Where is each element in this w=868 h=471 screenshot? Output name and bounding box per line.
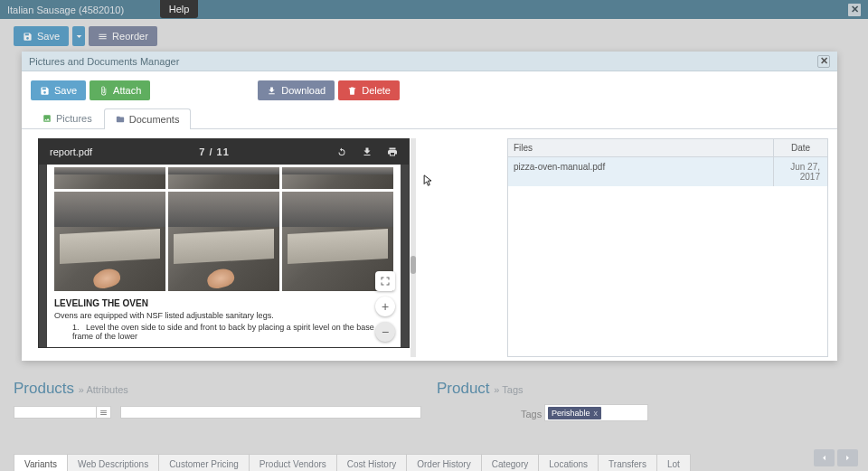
modal-toolbar: Save Attach Download Delete	[22, 71, 837, 106]
pdf-image	[54, 192, 165, 291]
doc-tabs: Pictures Documents	[22, 108, 837, 129]
pdf-scrollbar-thumb[interactable]	[410, 256, 416, 274]
tag-label: Perishable	[552, 409, 590, 418]
tab-variants[interactable]: Variants	[14, 454, 68, 471]
pdf-heading: LEVELING THE OVEN	[54, 298, 393, 308]
file-date: Jun 27, 2017	[773, 157, 827, 186]
product-title: Product	[437, 380, 490, 397]
attach-icon	[99, 86, 108, 96]
zoom-in-button[interactable]: +	[375, 297, 395, 316]
tab-customer-pricing[interactable]: Customer Pricing	[158, 454, 250, 471]
print-icon[interactable]	[387, 146, 398, 157]
page-next-button[interactable]	[837, 449, 858, 466]
files-col-name[interactable]: Files	[508, 139, 773, 156]
modal-save-button[interactable]: Save	[31, 80, 86, 100]
attribute-menu-button[interactable]	[97, 406, 111, 419]
tab-order-history[interactable]: Order History	[406, 454, 481, 471]
pdf-toolbar: report.pdf 7 / 11	[39, 139, 409, 165]
tab-category[interactable]: Category	[481, 454, 540, 471]
pictures-documents-modal: Pictures and Documents Manager ✕ Save At…	[22, 52, 837, 361]
pdf-total-pages: 11	[217, 146, 230, 157]
products-heading: Products » Attributes	[14, 380, 128, 398]
file-row[interactable]: pizza-oven-manual.pdf Jun 27, 2017	[508, 157, 827, 186]
delete-label: Delete	[362, 85, 391, 96]
tab-lot[interactable]: Lot	[656, 454, 691, 471]
product-heading: Product » Tags	[437, 380, 524, 398]
products-subtitle: » Attributes	[79, 384, 128, 395]
page-prev-button[interactable]	[814, 449, 835, 466]
tab-documents-label: Documents	[129, 114, 180, 125]
pdf-image	[168, 167, 279, 189]
tags-input[interactable]: Perishable x	[544, 404, 648, 421]
chevron-right-icon	[844, 455, 851, 461]
tab-pictures[interactable]: Pictures	[31, 108, 104, 128]
product-tabs: Variants Web Descriptions Customer Prici…	[14, 454, 690, 471]
tab-web-descriptions[interactable]: Web Descriptions	[67, 454, 159, 471]
tag-remove-icon[interactable]: x	[594, 409, 599, 418]
folder-icon	[116, 115, 125, 124]
download-icon[interactable]	[362, 146, 373, 157]
products-title: Products	[14, 380, 74, 397]
tab-product-vendors[interactable]: Product Vendors	[249, 454, 337, 471]
tab-cost-history[interactable]: Cost History	[336, 454, 407, 471]
pdf-current-page: 7	[199, 146, 205, 157]
download-button[interactable]: Download	[258, 80, 335, 100]
list-icon	[99, 409, 108, 417]
modal-body: report.pdf 7 / 11	[22, 129, 837, 366]
chevron-left-icon	[821, 455, 827, 461]
pdf-image	[54, 167, 165, 189]
attach-button[interactable]: Attach	[90, 80, 150, 100]
pdf-scrollbar-track[interactable]	[410, 138, 416, 357]
attribute-value-input[interactable]	[120, 406, 421, 419]
pdf-page-content[interactable]: LEVELING THE OVEN Ovens are equipped wit…	[47, 165, 401, 347]
rotate-icon[interactable]	[336, 146, 347, 157]
delete-button[interactable]: Delete	[338, 80, 400, 100]
modal-title: Pictures and Documents Manager	[29, 56, 179, 67]
attribute-input-group	[14, 406, 111, 419]
pdf-filename: report.pdf	[50, 146, 92, 157]
pdf-list-item: 1. Level the oven side to side and front…	[72, 323, 393, 341]
tab-locations[interactable]: Locations	[538, 454, 599, 471]
tag-perishable: Perishable x	[548, 407, 601, 419]
attribute-key-input[interactable]	[14, 406, 97, 419]
modal-close-button[interactable]: ✕	[817, 55, 830, 68]
pdf-viewer: report.pdf 7 / 11	[38, 138, 410, 348]
trash-icon	[347, 86, 357, 96]
zoom-out-button[interactable]: −	[375, 322, 395, 342]
tab-documents[interactable]: Documents	[104, 108, 192, 129]
download-label: Download	[281, 85, 326, 96]
pdf-toolbar-icons	[336, 146, 398, 157]
files-col-date[interactable]: Date	[773, 139, 827, 156]
pdf-zoom-controls: + −	[375, 271, 395, 342]
save-icon	[40, 86, 50, 96]
product-subtitle: » Tags	[494, 384, 523, 395]
download-icon	[267, 86, 277, 96]
paging-controls	[814, 449, 858, 466]
attach-label: Attach	[113, 85, 141, 96]
tags-label: Tags	[521, 409, 542, 419]
pdf-image	[282, 167, 393, 189]
tab-transfers[interactable]: Transfers	[598, 454, 657, 471]
pdf-image	[168, 192, 279, 291]
fit-icon	[380, 276, 391, 287]
image-icon	[42, 114, 52, 123]
pdf-page-indicator: 7 / 11	[199, 146, 230, 157]
modal-header: Pictures and Documents Manager ✕	[22, 52, 837, 71]
files-panel: Files Date pizza-oven-manual.pdf Jun 27,…	[507, 138, 828, 357]
file-name: pizza-oven-manual.pdf	[508, 157, 773, 186]
fit-page-button[interactable]	[375, 271, 395, 291]
tab-pictures-label: Pictures	[56, 113, 92, 124]
modal-save-label: Save	[54, 85, 77, 96]
pdf-body-text: Ovens are equipped with NSF listed adjus…	[54, 311, 393, 320]
files-header: Files Date	[508, 139, 827, 157]
